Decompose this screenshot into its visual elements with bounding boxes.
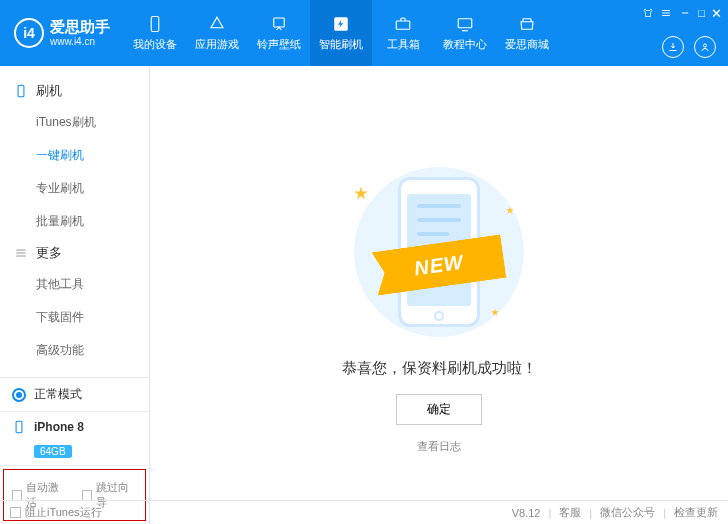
mode-label: 正常模式 (34, 386, 82, 403)
nav-label: 智能刷机 (319, 37, 363, 52)
nav-apps[interactable]: 应用游戏 (186, 0, 248, 66)
svg-rect-6 (18, 85, 24, 97)
nav-ringtone[interactable]: 铃声壁纸 (248, 0, 310, 66)
svg-rect-1 (274, 18, 285, 27)
more-icon (14, 246, 28, 260)
wechat-link[interactable]: 微信公众号 (600, 505, 655, 520)
sidebar-item-batch-flash[interactable]: 批量刷机 (0, 205, 149, 238)
sidebar-group-more: 更多 (0, 238, 149, 268)
svg-rect-7 (16, 421, 22, 433)
nav-flash[interactable]: 智能刷机 (310, 0, 372, 66)
support-link[interactable]: 客服 (559, 505, 581, 520)
version-label: V8.12 (512, 507, 541, 519)
ok-button[interactable]: 确定 (396, 394, 482, 425)
sidebar-group-flash: 刷机 (0, 76, 149, 106)
svg-point-5 (704, 44, 707, 47)
checkbox-label: 阻止iTunes运行 (25, 505, 102, 520)
nav-my-device[interactable]: 我的设备 (124, 0, 186, 66)
device-icon (146, 15, 164, 33)
nav-label: 教程中心 (443, 37, 487, 52)
nav-label: 工具箱 (387, 37, 420, 52)
user-button[interactable] (694, 36, 716, 58)
close-button[interactable]: ✕ (711, 6, 722, 21)
tutorial-icon (456, 15, 474, 33)
nav-toolbox[interactable]: 工具箱 (372, 0, 434, 66)
logo-icon: i4 (14, 18, 44, 48)
checkbox-icon (82, 490, 92, 501)
phone-icon (14, 84, 28, 98)
nav-tutorial[interactable]: 教程中心 (434, 0, 496, 66)
sidebar-group-title: 刷机 (36, 82, 62, 100)
svg-rect-3 (396, 21, 410, 29)
view-log-link[interactable]: 查看日志 (417, 439, 461, 454)
success-message: 恭喜您，保资料刷机成功啦！ (342, 359, 537, 378)
sidebar-item-oneclick-flash[interactable]: 一键刷机 (0, 139, 149, 172)
sidebar-item-itunes-flash[interactable]: iTunes刷机 (0, 106, 149, 139)
device-info[interactable]: iPhone 8 64GB (0, 412, 149, 466)
menu-icon[interactable] (660, 7, 672, 19)
main-content: NEW 恭喜您，保资料刷机成功啦！ 确定 查看日志 (150, 66, 728, 524)
sidebar-group-title: 更多 (36, 244, 62, 262)
sidebar-item-download-firmware[interactable]: 下载固件 (0, 301, 149, 334)
success-illustration: NEW (324, 157, 554, 347)
check-update-link[interactable]: 检查更新 (674, 505, 718, 520)
device-icon (12, 420, 26, 434)
nav-label: 应用游戏 (195, 37, 239, 52)
sidebar-item-pro-flash[interactable]: 专业刷机 (0, 172, 149, 205)
logo-text: 爱思助手 www.i4.cn (50, 19, 110, 47)
mode-icon (12, 388, 26, 402)
sidebar-item-other-tools[interactable]: 其他工具 (0, 268, 149, 301)
sidebar: 刷机 iTunes刷机 一键刷机 专业刷机 批量刷机 更多 其他工具 下载固件 … (0, 66, 150, 524)
download-button[interactable] (662, 36, 684, 58)
storage-badge: 64GB (34, 445, 72, 458)
status-bar: 阻止iTunes运行 V8.12 | 客服 | 微信公众号 | 检查更新 (0, 500, 728, 524)
checkbox-icon (10, 507, 21, 518)
toolbox-icon (394, 15, 412, 33)
svg-rect-0 (151, 16, 159, 31)
app-header: i4 爱思助手 www.i4.cn 我的设备 应用游戏 铃声壁纸 智能刷机 工具… (0, 0, 728, 66)
ribbon-text: NEW (413, 250, 465, 280)
sidebar-item-advanced[interactable]: 高级功能 (0, 334, 149, 367)
ringtone-icon (270, 15, 288, 33)
svg-rect-4 (458, 18, 472, 27)
nav-store[interactable]: 爱思商城 (496, 0, 558, 66)
header-right-buttons (662, 36, 716, 58)
app-url: www.i4.cn (50, 36, 110, 47)
device-mode[interactable]: 正常模式 (0, 378, 149, 412)
window-controls: － □ ✕ (642, 4, 722, 22)
app-name: 爱思助手 (50, 19, 110, 36)
top-nav: 我的设备 应用游戏 铃声壁纸 智能刷机 工具箱 教程中心 爱思商城 (124, 0, 558, 66)
maximize-button[interactable]: □ (698, 7, 705, 19)
store-icon (518, 15, 536, 33)
minimize-button[interactable]: － (678, 4, 692, 22)
checkbox-icon (12, 490, 22, 501)
logo: i4 爱思助手 www.i4.cn (0, 18, 124, 48)
device-name: iPhone 8 (34, 420, 84, 434)
nav-label: 爱思商城 (505, 37, 549, 52)
nav-label: 铃声壁纸 (257, 37, 301, 52)
skin-icon[interactable] (642, 7, 654, 19)
block-itunes-checkbox[interactable]: 阻止iTunes运行 (10, 505, 102, 520)
apps-icon (208, 15, 226, 33)
flash-icon (332, 15, 350, 33)
nav-label: 我的设备 (133, 37, 177, 52)
